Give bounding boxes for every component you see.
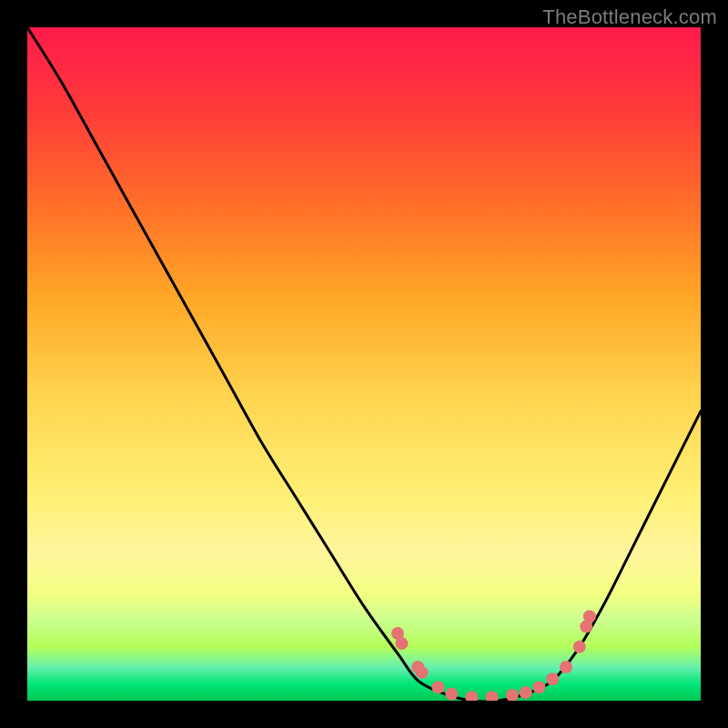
- data-point: [546, 672, 559, 685]
- data-point: [573, 641, 586, 653]
- data-point: [395, 637, 408, 650]
- data-point: [520, 686, 532, 699]
- watermark-text: TheBottleneck.com: [542, 5, 717, 29]
- data-point: [416, 666, 429, 679]
- data-point: [583, 611, 596, 623]
- plot-area: [27, 27, 701, 701]
- data-point: [560, 661, 572, 673]
- data-point: [431, 681, 444, 693]
- data-point: [532, 681, 545, 693]
- data-point: [445, 688, 458, 701]
- chart-svg: [27, 27, 701, 701]
- background-rect: [27, 27, 701, 701]
- chart-root: { "watermark": "TheBottleneck.com", "cha…: [0, 0, 728, 728]
